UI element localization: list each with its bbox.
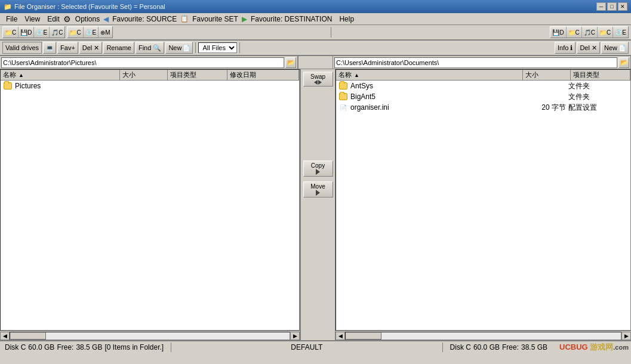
- swap-icon: [314, 80, 322, 85]
- menu-edit[interactable]: Edit: [44, 14, 63, 24]
- antsys-folder-icon: [338, 81, 348, 91]
- del2-button[interactable]: Del ✕: [577, 42, 600, 54]
- left-browse-button[interactable]: 📂: [285, 57, 296, 68]
- right-hscroll-right-btn[interactable]: ▶: [621, 332, 631, 340]
- status-div-1: [171, 343, 171, 352]
- info-label: Info ℹ: [558, 44, 572, 52]
- address-bar-row: 📂 📂: [0, 56, 631, 69]
- new2-button[interactable]: New 📄: [601, 42, 629, 54]
- maximize-button[interactable]: □: [607, 2, 617, 11]
- toolbar-rd-icon[interactable]: 💾D: [550, 27, 566, 38]
- right-browse-button[interactable]: 📂: [618, 57, 629, 68]
- options-icon: ⚙: [63, 14, 71, 24]
- fav-label: Fav+: [60, 44, 75, 51]
- fav-button[interactable]: Fav+: [57, 42, 78, 54]
- fav-source-icon: ◀: [103, 15, 109, 23]
- left-col-type[interactable]: 项目类型: [168, 70, 227, 80]
- title-bar-left: 📁 File Organiser : Selected (Favourite S…: [4, 3, 165, 11]
- toolbar-music-c-icon[interactable]: 🎵C: [50, 27, 64, 38]
- right-hscroll-track[interactable]: [345, 332, 621, 340]
- second-toolbar: Valid drives 💻 Fav+ Del ✕ Rename Find 🔍 …: [0, 41, 631, 56]
- hscroll-right-btn[interactable]: ▶: [290, 332, 300, 340]
- menu-help[interactable]: Help: [335, 14, 358, 24]
- right-file-item-bigant5[interactable]: BigAnt5 文件夹: [336, 91, 630, 102]
- right-file-item-antsys[interactable]: AntSys 文件夹: [336, 81, 630, 91]
- menu-options[interactable]: Options: [72, 14, 103, 24]
- left-items: [0 Items in Folder.]: [104, 343, 164, 351]
- left-file-list[interactable]: 名称 ▲ 大小 项目类型 修改日期 Pictures: [0, 69, 300, 331]
- rename-button[interactable]: Rename: [103, 42, 134, 54]
- hscroll-left-btn[interactable]: ◀: [0, 332, 10, 340]
- toolbar-e2-icon[interactable]: 💿E: [84, 27, 99, 38]
- default-label: DEFAULT: [291, 343, 322, 351]
- toolbar-d-icon[interactable]: 💾D: [19, 27, 34, 38]
- info-button[interactable]: Info ℹ: [555, 42, 575, 54]
- icon-group-2: 📁C 💿E ⊕M: [67, 26, 112, 38]
- valid-drives-button[interactable]: Valid drives: [2, 42, 42, 54]
- sort-arrow: ▲: [19, 72, 24, 78]
- title-bar-controls: ─ □ ✕: [596, 2, 627, 11]
- right-address-input[interactable]: [334, 57, 617, 68]
- right-file-item-ini[interactable]: 📄 organiser.ini 20 字节 配置设置: [336, 102, 630, 113]
- move-button[interactable]: Move: [303, 181, 333, 198]
- find-button[interactable]: Find 🔍: [136, 42, 164, 54]
- main-area: 名称 ▲ 大小 项目类型 修改日期 Pictures: [0, 69, 631, 340]
- new-icon: 📄: [183, 45, 190, 51]
- hscroll-track[interactable]: [10, 332, 290, 340]
- left-hscroll[interactable]: ◀ ▶: [0, 331, 300, 340]
- menu-fav-source[interactable]: Favourite: SOURCE: [109, 14, 180, 24]
- toolbar-re-icon[interactable]: 💿E: [613, 27, 628, 38]
- del-button[interactable]: Del ✕: [79, 42, 103, 54]
- right-col-name[interactable]: 名称 ▲: [336, 70, 523, 80]
- toolbar-e-icon[interactable]: 💿E: [34, 27, 50, 38]
- del2-label: Del ✕: [580, 44, 597, 52]
- left-file-item-pictures[interactable]: Pictures: [1, 81, 299, 91]
- center-status: DEFAULT: [176, 343, 437, 351]
- file-filter-select[interactable]: All Files: [198, 42, 237, 53]
- status-bar: Disk C 60.0 GB Free: 38.5 GB [0 Items in…: [0, 340, 631, 353]
- right-col-size[interactable]: 大小: [523, 70, 571, 80]
- menu-fav-dest[interactable]: Favourite: DESTINATION: [247, 14, 335, 24]
- menu-file[interactable]: File: [2, 14, 21, 24]
- right-file-list[interactable]: 名称 ▲ 大小 项目类型 AntSys 文件夹: [335, 69, 631, 331]
- right-hscroll-thumb[interactable]: [346, 332, 381, 340]
- folder-icon: [3, 81, 13, 91]
- left-address-input[interactable]: [1, 57, 284, 68]
- toolbar-rc2-icon[interactable]: 📁C: [598, 27, 613, 38]
- menu-view[interactable]: View: [21, 14, 44, 24]
- left-file-name: Pictures: [15, 82, 41, 90]
- right-hscroll-left-btn[interactable]: ◀: [335, 332, 345, 340]
- toolbar-c-icon[interactable]: 📁C: [3, 27, 19, 38]
- minimize-button[interactable]: ─: [596, 2, 606, 11]
- top-toolbar: 📁C 💾D 💿E 🎵C 📁C 💿E ⊕M 💾D 📁C 🎵C 📁C 💿E: [0, 25, 631, 41]
- close-button[interactable]: ✕: [618, 2, 627, 11]
- right-col-type[interactable]: 项目类型: [571, 70, 630, 80]
- copy-button[interactable]: Copy: [303, 161, 333, 177]
- toolbar-sep-2: [195, 42, 196, 53]
- drive-icon-button[interactable]: 💻: [43, 42, 56, 54]
- del-label: Del ✕: [82, 44, 100, 52]
- hscroll-thumb[interactable]: [10, 332, 46, 340]
- toolbar-rmusic-icon[interactable]: 🎵C: [582, 27, 598, 38]
- app-title: File Organiser : Selected (Favourite Set…: [14, 3, 165, 10]
- icon-group-1: 📁C 💾D 💿E 🎵C: [2, 26, 65, 38]
- move-arrow-icon: [316, 190, 320, 196]
- left-disk-size: 60.0 GB: [28, 343, 54, 351]
- right-hscroll[interactable]: ◀ ▶: [335, 331, 631, 340]
- left-col-date[interactable]: 修改日期: [227, 70, 299, 80]
- left-col-size[interactable]: 大小: [120, 70, 168, 80]
- toolbar-m-icon[interactable]: ⊕M: [99, 27, 112, 38]
- right-file-name-2: BigAnt5: [350, 92, 521, 101]
- swap-button[interactable]: Swap: [303, 72, 333, 87]
- ini-file-icon: 📄: [338, 103, 348, 112]
- status-div-2: [442, 343, 443, 352]
- toolbar-rc-icon[interactable]: 📁C: [567, 27, 582, 38]
- left-column-headers: 名称 ▲ 大小 项目类型 修改日期: [1, 70, 299, 81]
- right-free-label: Free:: [502, 343, 519, 351]
- toolbar-c2-icon[interactable]: 📁C: [67, 27, 83, 38]
- new-label: New: [168, 44, 181, 51]
- new-button[interactable]: New 📄: [165, 42, 193, 54]
- menu-fav-set[interactable]: Favourite SET: [189, 14, 242, 24]
- left-col-name[interactable]: 名称 ▲: [1, 70, 120, 80]
- right-column-headers: 名称 ▲ 大小 项目类型: [336, 70, 630, 81]
